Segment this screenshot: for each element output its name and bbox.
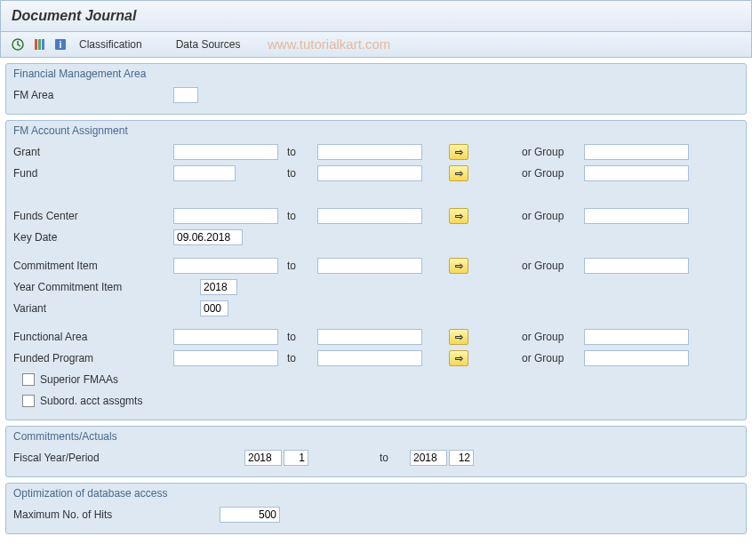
commitment-item-multi-select-button[interactable]: ⇨: [449, 258, 468, 274]
variant-label: Variant: [13, 302, 200, 315]
funds-center-to-label: to: [287, 210, 308, 222]
fund-or-group-label: or Group: [522, 167, 584, 180]
watermark: www.tutorialkart.com: [268, 36, 390, 52]
commitments-group-title: Commitments/Actuals: [13, 427, 739, 448]
commitment-item-or-group-label: or Group: [522, 260, 584, 272]
functional-area-multi-select-button[interactable]: ⇨: [449, 329, 468, 345]
grant-to-label: to: [287, 146, 308, 158]
functional-area-to-input[interactable]: [317, 329, 422, 345]
fiscal-year-from-input[interactable]: [244, 450, 282, 466]
funded-program-or-group-label: or Group: [522, 352, 584, 364]
commitment-item-label: Commitment Item: [13, 260, 173, 272]
grant-to-input[interactable]: [317, 144, 422, 160]
optimization-group-title: Optimization of database access: [13, 484, 739, 505]
subord-acct-checkbox[interactable]: [22, 395, 35, 407]
functional-area-from-input[interactable]: [173, 329, 278, 345]
funds-center-label: Funds Center: [13, 210, 173, 222]
grant-group-input[interactable]: [584, 144, 689, 160]
fm-area-group: Financial Management Area FM Area: [5, 63, 747, 115]
fiscal-year-to-input[interactable]: [410, 450, 447, 466]
svg-text:i: i: [59, 39, 61, 50]
fm-area-group-title: Financial Management Area: [13, 64, 739, 85]
subord-acct-label: Subord. acct assgmts: [40, 395, 142, 407]
grant-label: Grant: [13, 146, 173, 158]
fund-to-label: to: [287, 167, 308, 180]
fm-area-input[interactable]: [173, 87, 198, 103]
content-area: Financial Management Area FM Area FM Acc…: [0, 58, 752, 540]
fiscal-period-from-input[interactable]: [284, 450, 308, 466]
fund-label: Fund: [13, 167, 173, 180]
commitment-item-to-label: to: [287, 260, 308, 272]
fund-multi-select-button[interactable]: ⇨: [449, 165, 468, 181]
funded-program-to-input[interactable]: [317, 350, 422, 366]
fiscal-year-label: Fiscal Year/Period: [13, 452, 244, 464]
classification-button[interactable]: Classification: [74, 38, 148, 51]
fund-from-input[interactable]: [173, 165, 236, 181]
funded-program-to-label: to: [287, 352, 308, 364]
toolbar: i Classification Data Sources www.tutori…: [0, 32, 752, 58]
key-date-input[interactable]: [173, 229, 243, 245]
funds-center-from-input[interactable]: [173, 208, 278, 224]
funded-program-from-input[interactable]: [173, 350, 278, 366]
commitments-group: Commitments/Actuals Fiscal Year/Period t…: [5, 426, 747, 477]
grant-multi-select-button[interactable]: ⇨: [449, 144, 468, 160]
commitment-item-from-input[interactable]: [173, 258, 278, 274]
funds-center-to-input[interactable]: [317, 208, 422, 224]
funded-program-group-input[interactable]: [584, 350, 689, 366]
max-hits-label: Maximum No. of Hits: [13, 508, 220, 521]
svg-rect-3: [42, 39, 44, 50]
title-bar: Document Journal: [0, 0, 752, 32]
variant-input[interactable]: [200, 300, 228, 316]
svg-rect-1: [35, 39, 37, 50]
funded-program-label: Funded Program: [13, 352, 173, 364]
functional-area-group-input[interactable]: [584, 329, 689, 345]
fiscal-to-label: to: [380, 452, 401, 464]
grant-from-input[interactable]: [173, 144, 278, 160]
superior-fmaas-label: Superior FMAAs: [40, 373, 118, 386]
functional-area-label: Functional Area: [13, 331, 173, 343]
execute-icon[interactable]: [10, 36, 26, 52]
superior-fmaas-checkbox[interactable]: [22, 373, 35, 386]
year-ci-input[interactable]: [200, 279, 237, 295]
fm-account-group-title: FM Account Assignment: [13, 121, 739, 142]
page-title: Document Journal: [12, 8, 740, 24]
funds-center-group-input[interactable]: [584, 208, 689, 224]
key-date-label: Key Date: [13, 231, 173, 244]
year-ci-label: Year Commitment Item: [13, 281, 200, 293]
info-icon[interactable]: i: [52, 36, 68, 52]
commitment-item-to-input[interactable]: [317, 258, 422, 274]
fund-to-input[interactable]: [317, 165, 422, 181]
variant-icon[interactable]: [31, 36, 47, 52]
funds-center-or-group-label: or Group: [522, 210, 584, 222]
fiscal-period-to-input[interactable]: [449, 450, 474, 466]
fund-group-input[interactable]: [584, 165, 689, 181]
fm-account-group: FM Account Assignment Grant to ⇨ or Grou…: [5, 120, 747, 420]
commitment-item-group-input[interactable]: [584, 258, 689, 274]
funds-center-multi-select-button[interactable]: ⇨: [449, 208, 468, 224]
data-sources-button[interactable]: Data Sources: [171, 38, 246, 51]
optimization-group: Optimization of database access Maximum …: [5, 483, 747, 534]
functional-area-or-group-label: or Group: [522, 331, 584, 343]
functional-area-to-label: to: [287, 331, 308, 343]
funded-program-multi-select-button[interactable]: ⇨: [449, 350, 468, 366]
fm-area-label: FM Area: [13, 89, 173, 101]
max-hits-input[interactable]: [220, 507, 280, 523]
grant-or-group-label: or Group: [522, 146, 584, 158]
svg-rect-2: [38, 39, 41, 50]
